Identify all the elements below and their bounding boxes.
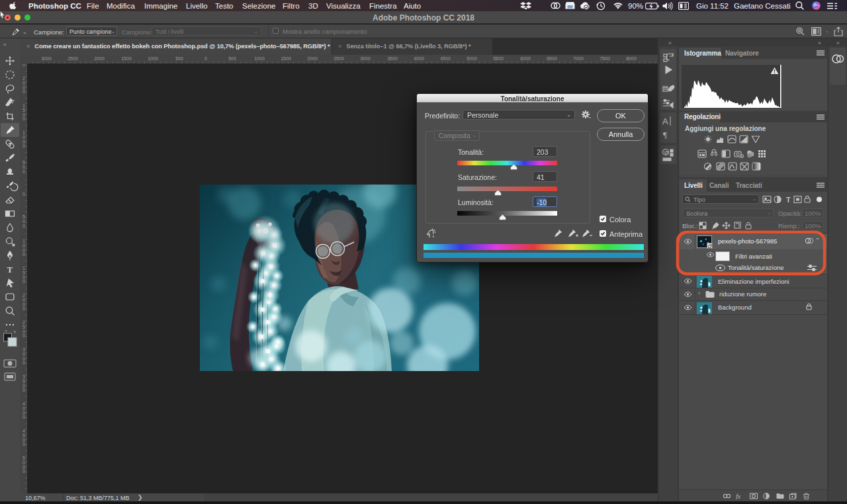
- svg-text:¶: ¶: [663, 130, 667, 140]
- svg-text:»: »: [3, 42, 7, 48]
- svg-text:fx: fx: [736, 493, 741, 499]
- svg-text:A: A: [662, 116, 668, 126]
- svg-text:T: T: [786, 196, 791, 204]
- svg-text:T: T: [7, 265, 13, 274]
- svg-text:@: @: [664, 149, 669, 155]
